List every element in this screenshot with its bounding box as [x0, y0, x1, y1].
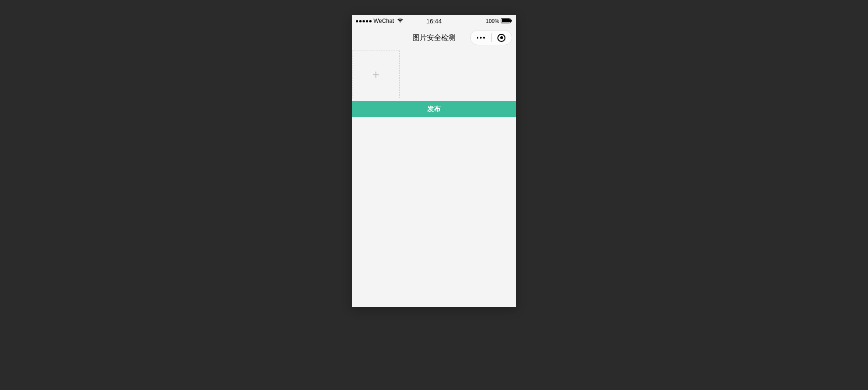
status-bar: WeChat 16:44 100%: [352, 15, 516, 27]
more-icon: [477, 37, 485, 39]
status-left: WeChat: [356, 18, 404, 24]
svg-rect-2: [511, 20, 512, 21]
status-time: 16:44: [426, 18, 442, 25]
wifi-icon: [397, 18, 404, 24]
nav-bar: 图片安全检测: [352, 27, 516, 49]
content-area: + 发布: [352, 49, 516, 307]
plus-icon: +: [372, 68, 379, 81]
carrier-label: WeChat: [373, 18, 394, 24]
battery-icon: [501, 18, 512, 24]
battery-percent: 100%: [486, 18, 499, 24]
capsule-button-group: [470, 30, 512, 45]
target-icon: [497, 34, 505, 42]
phone-frame: WeChat 16:44 100% 图片安全检测: [352, 15, 516, 307]
more-button[interactable]: [471, 31, 491, 45]
page-title: 图片安全检测: [413, 33, 455, 42]
svg-rect-1: [502, 19, 510, 22]
status-right: 100%: [486, 18, 512, 24]
publish-button[interactable]: 发布: [352, 101, 516, 117]
add-image-button[interactable]: +: [352, 51, 400, 98]
publish-button-label: 发布: [427, 105, 441, 113]
signal-dots-icon: [356, 20, 372, 22]
close-button[interactable]: [492, 31, 512, 45]
upload-area: +: [352, 51, 516, 98]
